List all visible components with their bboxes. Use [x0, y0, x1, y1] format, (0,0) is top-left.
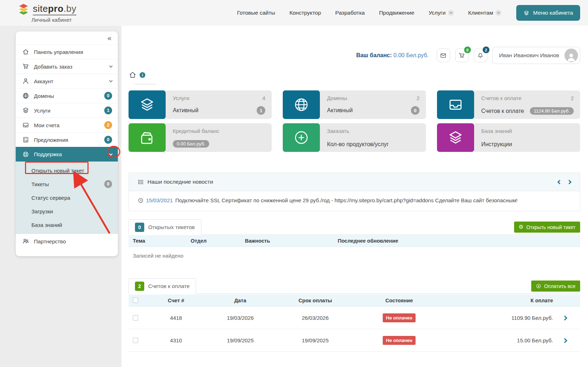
invoice-row[interactable]: 4418 19/03/2026 26/03/2026 Не оплачен 11… — [129, 307, 580, 329]
tile-count: 2 — [417, 95, 419, 101]
nav-development[interactable]: Разработка — [335, 10, 365, 16]
news-text: Подключайте SSL Сертификат по сниженной … — [175, 197, 518, 203]
bell-icon — [477, 52, 484, 59]
collapse-sidebar-icon[interactable]: « — [107, 34, 111, 41]
news-next-icon[interactable] — [567, 180, 572, 184]
nav-clients-dropdown[interactable]: Клиентам — [468, 10, 501, 16]
tile-services[interactable]: Услуги4 Активный1 — [129, 90, 272, 119]
sidebar-item-add-order[interactable]: Добавить заказ — [16, 59, 118, 74]
submenu-item-label: Тикеты — [31, 181, 49, 187]
invoice-amount: 1109.90 Бел.руб. — [446, 315, 553, 321]
news-prev-icon[interactable] — [557, 180, 562, 184]
open-new-ticket-button[interactable]: ⚙ Открыть новый тикет — [514, 222, 580, 233]
invoices-table-header: Счет # Дата Срок оплаты Состояние К опла… — [129, 294, 580, 307]
user-icon — [22, 78, 29, 85]
column-department: Отдел — [191, 238, 245, 244]
column-priority: Важность — [245, 238, 338, 244]
tile-badge: 0 — [411, 106, 419, 115]
balance-value: 0.00 Бел.руб. — [393, 52, 429, 58]
avatar — [564, 49, 578, 62]
sidebar-item-label: Поддержка — [34, 151, 62, 157]
cabinet-menu-button[interactable]: Меню кабинета — [516, 5, 580, 21]
chevron-down-icon — [448, 10, 454, 16]
clock-icon — [138, 198, 144, 203]
sidebar-item-services[interactable]: Услуги 1 — [16, 103, 118, 118]
sidebar-item-label: Партнерство — [34, 238, 66, 244]
sidebar-item-account[interactable]: Аккаунт — [16, 74, 118, 88]
tile-badge: 0.00 Бел.руб. — [173, 140, 209, 148]
info-icon[interactable]: i — [140, 72, 145, 78]
submenu-open-new-ticket[interactable]: Открыть новый тикет — [16, 164, 118, 177]
tile-subtitle: Инструкции — [481, 141, 512, 148]
cart-icon — [458, 52, 465, 59]
tab-count-badge: 2 — [135, 282, 144, 291]
nav-ready-sites[interactable]: Готовые сайты — [237, 10, 275, 16]
news-date-link[interactable]: 15/03/2021 — [146, 197, 173, 203]
sidebar-item-my-invoices[interactable]: Мои счета 2 — [16, 118, 118, 132]
submenu-item-label: Статус сервера — [31, 195, 70, 201]
tile-title: Кредитный баланс — [173, 128, 219, 134]
main-content: Ваш баланс: 0.00 Бел.руб. 0 2 Иван Ивано… — [121, 26, 588, 367]
dashboard-tiles: Услуги4 Активный1 Домены2 Активный0 Счет… — [129, 90, 580, 152]
invoice-row[interactable]: 4310 19/09/2025 19/09/2025 Не оплачен 15… — [129, 329, 580, 352]
sidebar-item-label: Добавить заказ — [34, 64, 72, 70]
submenu-downloads[interactable]: Загрузки — [16, 204, 118, 218]
column-subject: Тема — [133, 238, 191, 244]
user-menu[interactable]: Иван Иванович Иванов — [492, 47, 580, 64]
messages-button[interactable] — [437, 49, 450, 62]
home-icon[interactable] — [129, 71, 137, 79]
submenu-knowledge-base[interactable]: База знаний — [16, 218, 118, 232]
notifications-button[interactable]: 2 — [474, 49, 487, 62]
nav-constructor[interactable]: Конструктор — [290, 10, 321, 16]
tile-knowledge-base[interactable]: База знаний Инструкции — [437, 123, 580, 152]
pay-circle-icon — [536, 283, 541, 289]
column-amount: К оплате — [446, 298, 553, 303]
pay-all-button[interactable]: Оплатить все — [531, 281, 580, 292]
top-navigation: Готовые сайты Конструктор Разработка Про… — [237, 10, 501, 16]
tile-credit-balance[interactable]: Кредитный баланс 0.00 Бел.руб. — [129, 123, 272, 152]
row-checkbox[interactable] — [133, 315, 138, 321]
news-title: Наши последние новости — [147, 179, 213, 185]
nav-services-dropdown[interactable]: Услуги — [429, 10, 454, 16]
column-status: Состояние — [353, 298, 446, 303]
brand-subtitle: Личный кабинет — [31, 17, 76, 23]
tile-invoices-due[interactable]: Счетов к оплате2 Счетов к оплате1124.90 … — [437, 90, 580, 119]
layers-icon — [129, 90, 166, 119]
submenu-item-label: База знаний — [31, 222, 62, 228]
layers-icon — [22, 107, 29, 114]
envelope-icon — [440, 52, 447, 59]
globe-icon — [22, 92, 29, 99]
sidebar-item-support[interactable]: Поддержка — [16, 147, 118, 162]
count-badge: 2 — [104, 121, 112, 129]
brand-name: sitepro.by — [33, 3, 76, 15]
user-name: Иван Иванович Иванов — [499, 52, 559, 59]
tab-open-tickets[interactable]: 0 Открытых тикетов — [129, 219, 201, 235]
cart-button[interactable]: 0 — [455, 49, 469, 62]
balance-label: Ваш баланс: — [356, 52, 392, 58]
brand-logo[interactable]: sitepro.by Личный кабинет — [17, 3, 76, 23]
sidebar-item-partnership[interactable]: Партнерство — [16, 234, 118, 248]
tile-order[interactable]: Заказать Кол-во продуктов/услуг — [283, 123, 426, 152]
sidebar-item-label: Мои счета — [34, 122, 60, 128]
nav-promotion[interactable]: Продвижение — [379, 10, 414, 16]
status-badge: Не оплачен — [383, 336, 416, 345]
chevron-right-icon[interactable] — [562, 315, 567, 320]
partners-icon — [22, 238, 29, 245]
sidebar-item-offers[interactable]: Предложения 0 — [16, 132, 118, 147]
notification-count-badge: 2 — [483, 46, 489, 53]
invoice-date: 19/03/2026 — [203, 315, 278, 321]
row-checkbox[interactable] — [133, 338, 138, 343]
tab-invoices-due[interactable]: 2 Счетов к оплате — [129, 278, 196, 294]
count-badge: 0 — [104, 92, 112, 100]
submenu-tickets[interactable]: Тикеты0 — [16, 177, 118, 191]
select-all-checkbox[interactable] — [133, 298, 138, 303]
sidebar-item-dashboard[interactable]: Панель управления — [16, 44, 118, 59]
chevron-right-icon[interactable] — [562, 338, 567, 343]
sidebar-item-domains[interactable]: Домены 0 — [16, 88, 118, 103]
tile-domains[interactable]: Домены2 Активный0 — [283, 90, 426, 119]
submenu-server-status[interactable]: Статус сервера — [16, 191, 118, 204]
breadcrumb-divider — [135, 84, 156, 84]
sidebar: « Панель управления Добавить заказ Аккау… — [16, 31, 118, 256]
tab-label: Счетов к оплате — [148, 283, 190, 289]
sidebar-item-label: Услуги — [34, 108, 50, 114]
